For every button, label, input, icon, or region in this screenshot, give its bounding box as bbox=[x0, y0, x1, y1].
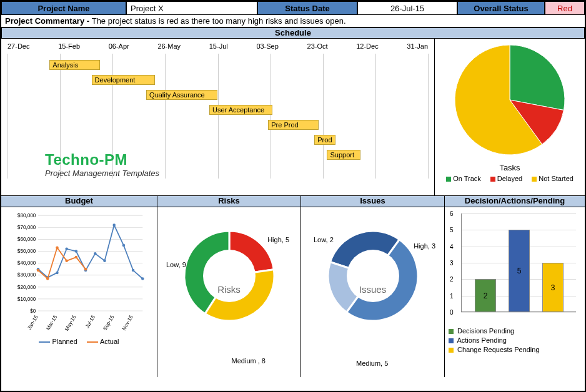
svg-text:$10,000: $10,000 bbox=[17, 296, 36, 302]
svg-point-30 bbox=[94, 252, 97, 255]
overall-status-label: Overall Status bbox=[457, 1, 545, 15]
legend-on-track: On Track bbox=[446, 175, 481, 182]
gantt-tick: 26-May bbox=[157, 42, 181, 51]
brand: Techno-PM Project Management Templates bbox=[45, 151, 159, 178]
gantt-tick: 23-Oct bbox=[307, 42, 328, 51]
issues-high-label: High, 3 bbox=[414, 242, 435, 250]
svg-text:$50,000: $50,000 bbox=[17, 248, 36, 254]
tasks-legend: On Track Delayed Not Started bbox=[435, 175, 585, 182]
svg-point-32 bbox=[112, 223, 116, 227]
svg-point-42 bbox=[203, 250, 256, 302]
gantt-bar: User Acceptance bbox=[209, 105, 272, 115]
budget-legend: Planned Actual bbox=[5, 338, 153, 345]
project-name-value: Project X bbox=[126, 1, 257, 15]
gantt-tick: 27-Dec bbox=[7, 42, 29, 51]
svg-point-43 bbox=[347, 250, 399, 302]
gantt-bar: Development bbox=[92, 75, 155, 85]
svg-point-34 bbox=[132, 269, 135, 272]
svg-text:$30,000: $30,000 bbox=[17, 272, 36, 278]
legend-delayed: Delayed bbox=[490, 175, 522, 182]
issues-donut bbox=[305, 211, 441, 342]
commentary: Project Commentary - The project status … bbox=[1, 15, 585, 27]
svg-text:$70,000: $70,000 bbox=[17, 225, 36, 230]
gantt-tick: 15-Feb bbox=[58, 42, 80, 51]
legend-changes: Change Requests Pending bbox=[449, 346, 581, 353]
tasks-pie bbox=[435, 39, 585, 161]
svg-point-26 bbox=[56, 272, 59, 275]
gantt-chart: 27-Dec15-Feb06-Apr26-May15-Jul03-Sep23-O… bbox=[1, 39, 435, 195]
issues-title: Issues bbox=[301, 196, 444, 207]
tasks-pie-panel: Tasks On Track Delayed Not Started bbox=[435, 39, 585, 195]
svg-point-41 bbox=[84, 268, 87, 271]
brand-tagline: Project Management Templates bbox=[45, 169, 159, 178]
schedule-title: Schedule bbox=[1, 27, 585, 39]
svg-point-35 bbox=[141, 277, 144, 280]
gantt-bar: Support bbox=[327, 150, 360, 160]
gantt-bar: Pre Prod bbox=[268, 120, 319, 130]
dap-chart: 0123456253 Decisions Pending Actions Pen… bbox=[445, 207, 585, 377]
risks-low-label: Low, 9 bbox=[166, 261, 186, 268]
svg-point-37 bbox=[46, 277, 49, 280]
issues-panel: Issues Issues High, 3 Medium, 5 Low, 2 bbox=[301, 196, 445, 377]
legend-actual: Actual bbox=[87, 338, 119, 345]
gantt-tick: 31-Jan bbox=[407, 42, 428, 51]
header-row: Project Name Project X Status Date 26-Ju… bbox=[1, 1, 585, 15]
gantt-tick: 12-Dec bbox=[356, 42, 378, 51]
legend-actions: Actions Pending bbox=[449, 336, 581, 344]
svg-text:$40,000: $40,000 bbox=[17, 260, 36, 266]
gantt-axis: 27-Dec15-Feb06-Apr26-May15-Jul03-Sep23-O… bbox=[1, 42, 434, 51]
legend-planned: Planned bbox=[39, 338, 77, 345]
svg-text:$60,000: $60,000 bbox=[17, 237, 36, 242]
svg-text:$0: $0 bbox=[30, 308, 36, 314]
svg-text:Jan-15: Jan-15 bbox=[26, 314, 39, 331]
schedule-row: 27-Dec15-Feb06-Apr26-May15-Jul03-Sep23-O… bbox=[1, 39, 585, 196]
svg-text:May-15: May-15 bbox=[64, 314, 77, 331]
dap-legend: Decisions Pending Actions Pending Change… bbox=[449, 327, 581, 353]
risks-donut bbox=[161, 211, 297, 342]
risks-title: Risks bbox=[157, 196, 300, 207]
svg-text:Sep-15: Sep-15 bbox=[102, 314, 115, 331]
status-date-value: 26-Jul-15 bbox=[357, 1, 457, 15]
svg-point-40 bbox=[75, 256, 78, 259]
brand-name: Techno-PM bbox=[45, 151, 159, 169]
overall-status-value: Red bbox=[545, 1, 585, 15]
legend-not-started: Not Started bbox=[532, 175, 574, 182]
gantt-bar: Quality Assurance bbox=[146, 90, 217, 100]
gantt-tick: 06-Apr bbox=[109, 42, 129, 51]
legend-decisions: Decisions Pending bbox=[449, 327, 581, 335]
gantt-bar: Analysis bbox=[49, 60, 100, 70]
dap-bar-chart: 0123456253 bbox=[449, 211, 581, 323]
dashboard: Project Name Project X Status Date 26-Ju… bbox=[0, 0, 586, 392]
project-name-label: Project Name bbox=[1, 1, 126, 15]
svg-point-33 bbox=[122, 244, 126, 247]
issues-med-label: Medium, 5 bbox=[356, 360, 388, 367]
svg-text:Jul-15: Jul-15 bbox=[84, 314, 96, 329]
budget-panel: Budget $0$10,000$20,000$30,000$40,000$50… bbox=[1, 196, 157, 377]
gantt-bar: Prod bbox=[314, 135, 335, 145]
commentary-text: The project status is red as there too m… bbox=[92, 16, 346, 26]
risks-chart: Risks High, 5 Medium , 8 Low, 9 bbox=[157, 207, 300, 377]
dap-title: Decision/Actions/Pending bbox=[445, 196, 585, 207]
budget-chart: $0$10,000$20,000$30,000$40,000$50,000$60… bbox=[1, 207, 157, 377]
bottom-row: Budget $0$10,000$20,000$30,000$40,000$50… bbox=[1, 196, 585, 377]
issues-low-label: Low, 2 bbox=[314, 236, 334, 243]
gantt-tick: 15-Jul bbox=[209, 42, 228, 51]
issues-center: Issues bbox=[359, 283, 386, 294]
svg-point-36 bbox=[37, 269, 40, 272]
commentary-label: Project Commentary - bbox=[5, 16, 92, 26]
risks-center: Risks bbox=[217, 283, 241, 294]
dap-panel: Decision/Actions/Pending 0123456253 Deci… bbox=[445, 196, 585, 377]
issues-chart: Issues High, 3 Medium, 5 Low, 2 bbox=[301, 207, 444, 377]
risks-med-label: Medium , 8 bbox=[232, 357, 266, 365]
svg-point-28 bbox=[75, 250, 78, 253]
risks-panel: Risks Risks High, 5 Medium , 8 Low, 9 bbox=[157, 196, 301, 377]
svg-text:Nov-15: Nov-15 bbox=[121, 314, 134, 331]
budget-title: Budget bbox=[1, 196, 157, 207]
budget-line-chart: $0$10,000$20,000$30,000$40,000$50,000$60… bbox=[5, 211, 153, 336]
svg-point-27 bbox=[65, 247, 68, 250]
svg-text:$20,000: $20,000 bbox=[17, 285, 36, 290]
risks-high-label: High, 5 bbox=[267, 236, 289, 243]
status-date-label: Status Date bbox=[257, 1, 357, 15]
svg-point-38 bbox=[56, 247, 59, 250]
svg-text:Mar-15: Mar-15 bbox=[45, 314, 58, 331]
